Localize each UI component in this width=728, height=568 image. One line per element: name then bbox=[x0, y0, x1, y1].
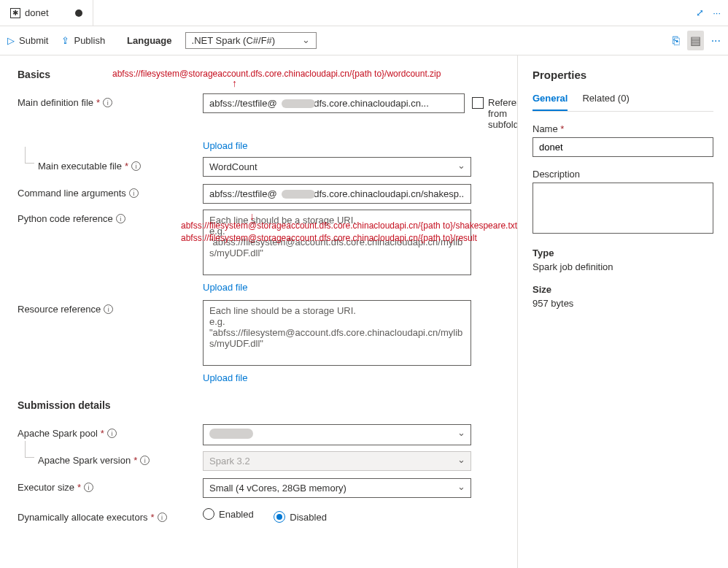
spark-pool-select[interactable] bbox=[203, 424, 471, 445]
resource-reference-label: Resource reference i bbox=[18, 300, 203, 315]
size-value: 957 bytes bbox=[533, 298, 713, 309]
type-label: Type bbox=[533, 247, 713, 258]
executor-size-select[interactable] bbox=[203, 478, 471, 498]
codeview-icon[interactable]: ⎘ bbox=[673, 34, 680, 47]
main-definition-file-label: Main definition file * i bbox=[18, 93, 203, 108]
dynamic-allocate-label: Dynamically allocate executors * i bbox=[18, 508, 203, 523]
play-icon: ▷ bbox=[7, 35, 15, 46]
tab-donet[interactable]: ✱ donet bbox=[0, 0, 93, 26]
referenced-checkbox[interactable] bbox=[472, 97, 484, 109]
upload-file-link[interactable]: Upload file bbox=[203, 282, 471, 293]
annotation-mid1: abfss://filesystem@storageaccount.dfs.co… bbox=[181, 220, 517, 231]
upload-icon: ⇪ bbox=[61, 35, 69, 46]
info-icon[interactable]: i bbox=[84, 483, 93, 492]
arrow-up-icon: ↑ bbox=[232, 77, 237, 89]
tab-bar: ✱ donet ⤢ ··· bbox=[0, 0, 728, 26]
info-icon[interactable]: i bbox=[140, 456, 150, 465]
annotation-top: abfss://filesystem@storageaccount.dfs.co… bbox=[112, 69, 441, 79]
tab-related[interactable]: Related (0) bbox=[582, 93, 629, 111]
info-icon[interactable]: i bbox=[131, 161, 141, 171]
popout-icon[interactable]: ⤢ bbox=[696, 7, 704, 18]
executor-size-label: Executor size * i bbox=[18, 478, 203, 493]
name-label: Name * bbox=[533, 123, 713, 134]
language-label: Language bbox=[127, 35, 171, 46]
command-line-arguments-input[interactable] bbox=[203, 184, 471, 204]
spark-version-label: Apache Spark version * i bbox=[18, 451, 203, 466]
tab-general[interactable]: General bbox=[533, 93, 568, 111]
info-icon[interactable]: i bbox=[158, 513, 167, 522]
properties-title: Properties bbox=[533, 69, 713, 81]
spark-version-select bbox=[203, 451, 471, 471]
publish-button[interactable]: ⇪ Publish bbox=[61, 35, 105, 46]
unsaved-dot-icon bbox=[75, 9, 82, 17]
info-icon[interactable]: i bbox=[116, 214, 125, 223]
radio-disabled[interactable]: Disabled bbox=[274, 511, 327, 523]
main-executable-file-label: Main executable file * i bbox=[18, 157, 203, 172]
submit-button[interactable]: ▷ Submit bbox=[7, 35, 48, 46]
resource-reference-input[interactable] bbox=[203, 300, 471, 366]
spark-pool-label: Apache Spark pool * i bbox=[18, 424, 203, 439]
name-input[interactable] bbox=[533, 137, 713, 157]
action-bar: ▷ Submit ⇪ Publish Language .NET Spark (… bbox=[0, 26, 728, 55]
referenced-label: Referenced from subfolder bbox=[488, 97, 517, 130]
info-icon[interactable]: i bbox=[104, 304, 113, 314]
properties-panel: Properties General Related (0) Name * De… bbox=[518, 55, 728, 568]
description-label: Description bbox=[533, 169, 713, 180]
command-line-arguments-label: Command line arguments i bbox=[18, 184, 203, 199]
info-icon[interactable]: i bbox=[129, 188, 139, 198]
file-icon: ✱ bbox=[10, 8, 20, 18]
type-value: Spark job definition bbox=[533, 261, 713, 272]
properties-icon[interactable]: ▤ bbox=[687, 31, 704, 50]
radio-enabled[interactable]: Enabled bbox=[203, 508, 254, 520]
main-definition-file-input[interactable] bbox=[203, 93, 465, 113]
language-select[interactable]: .NET Spark (C#/F#) bbox=[185, 32, 317, 49]
size-label: Size bbox=[533, 284, 713, 295]
annotation-mid2: abfss://filesystem@storageaccount.dfs.co… bbox=[181, 233, 477, 243]
upload-file-link[interactable]: Upload file bbox=[203, 372, 471, 383]
form-pane[interactable]: abfss://filesystem@storageaccount.dfs.co… bbox=[0, 55, 517, 568]
tab-title: donet bbox=[25, 7, 49, 18]
more-actions-icon[interactable]: ··· bbox=[711, 34, 721, 47]
section-submission: Submission details bbox=[18, 399, 517, 411]
more-icon[interactable]: ··· bbox=[713, 7, 721, 18]
description-input[interactable] bbox=[533, 183, 713, 234]
info-icon[interactable]: i bbox=[103, 98, 112, 107]
python-code-reference-label: Python code reference i bbox=[18, 210, 203, 224]
info-icon[interactable]: i bbox=[107, 429, 117, 438]
main-executable-file-select[interactable] bbox=[203, 157, 471, 177]
upload-file-link[interactable]: Upload file bbox=[203, 140, 471, 151]
